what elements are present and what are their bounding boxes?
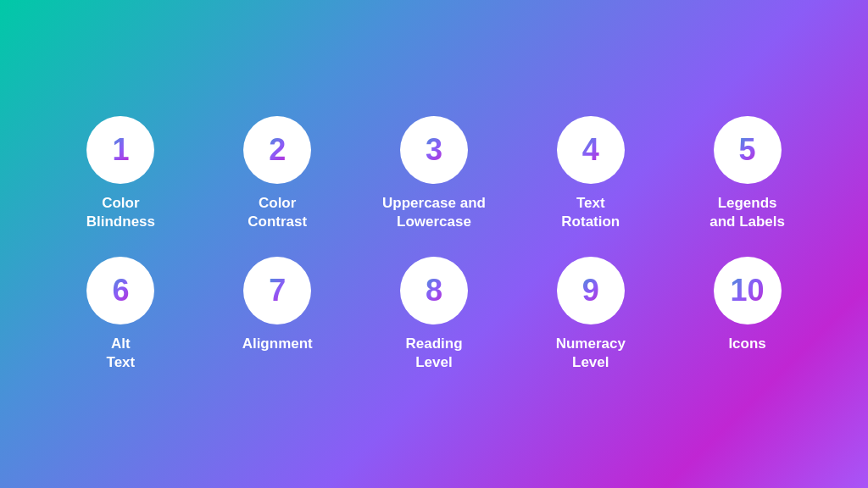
- number-6: 6: [112, 275, 129, 306]
- circle-1: 1: [86, 116, 154, 184]
- number-10: 10: [731, 275, 765, 306]
- label-8: Reading Level: [405, 335, 462, 372]
- circle-7: 7: [243, 257, 311, 324]
- list-item-5: 5Legends and Labels: [677, 116, 817, 231]
- circle-3: 3: [400, 116, 468, 184]
- circle-2: 2: [243, 116, 311, 184]
- number-3: 3: [426, 135, 442, 165]
- number-1: 1: [112, 135, 129, 165]
- label-9: Numeracy Level: [556, 335, 626, 372]
- label-10: Icons: [728, 335, 765, 353]
- list-item-1: 1Color Blindness: [51, 116, 191, 231]
- list-item-6: 6Alt Text: [51, 257, 191, 372]
- list-item-2: 2Color Contrast: [208, 116, 348, 231]
- number-8: 8: [426, 275, 442, 306]
- label-5: Legends and Labels: [709, 194, 785, 231]
- number-4: 4: [582, 135, 599, 165]
- circle-5: 5: [714, 116, 782, 184]
- label-3: Uppercase and Lowercase: [382, 194, 486, 231]
- label-1: Color Blindness: [86, 194, 155, 231]
- main-container: 1Color Blindness2Color Contrast3Uppercas…: [0, 0, 868, 488]
- label-6: Alt Text: [107, 335, 136, 372]
- label-2: Color Contrast: [248, 194, 307, 231]
- list-item-9: 9Numeracy Level: [520, 257, 660, 372]
- list-item-8: 8Reading Level: [364, 257, 504, 372]
- list-item-3: 3Uppercase and Lowercase: [364, 116, 504, 231]
- list-item-7: 7Alignment: [208, 257, 348, 372]
- label-7: Alignment: [242, 335, 313, 353]
- label-4: Text Rotation: [561, 194, 620, 231]
- number-7: 7: [269, 275, 286, 306]
- list-item-10: 10Icons: [677, 257, 817, 372]
- number-5: 5: [739, 135, 756, 165]
- number-2: 2: [269, 135, 286, 165]
- items-grid: 1Color Blindness2Color Contrast3Uppercas…: [51, 116, 817, 372]
- circle-8: 8: [400, 257, 468, 324]
- circle-6: 6: [86, 257, 154, 324]
- circle-10: 10: [714, 257, 782, 324]
- circle-4: 4: [557, 116, 625, 184]
- circle-9: 9: [557, 257, 625, 324]
- number-9: 9: [582, 275, 599, 306]
- list-item-4: 4Text Rotation: [520, 116, 660, 231]
